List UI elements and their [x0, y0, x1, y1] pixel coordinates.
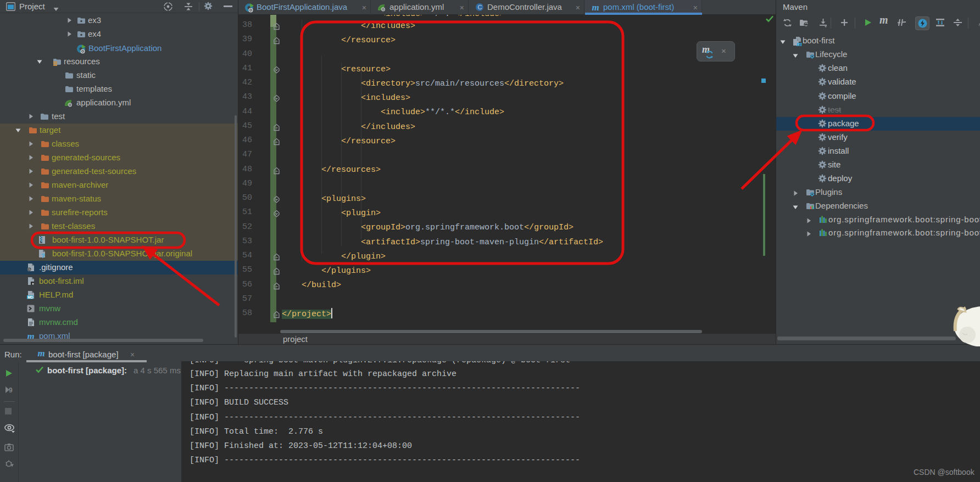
svg-text:C: C [478, 4, 482, 10]
svg-text:m: m [797, 40, 802, 47]
svg-text:?: ? [41, 253, 45, 259]
svg-text:9: 9 [9, 386, 13, 394]
svg-text:MD: MD [27, 295, 33, 299]
